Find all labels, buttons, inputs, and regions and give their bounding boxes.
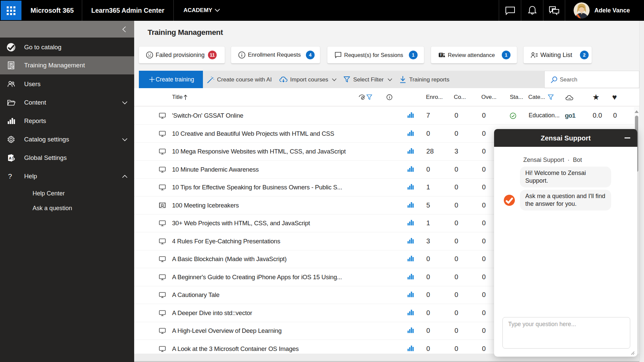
svg-text:T: T xyxy=(440,53,442,57)
svg-text:A: A xyxy=(9,156,11,160)
